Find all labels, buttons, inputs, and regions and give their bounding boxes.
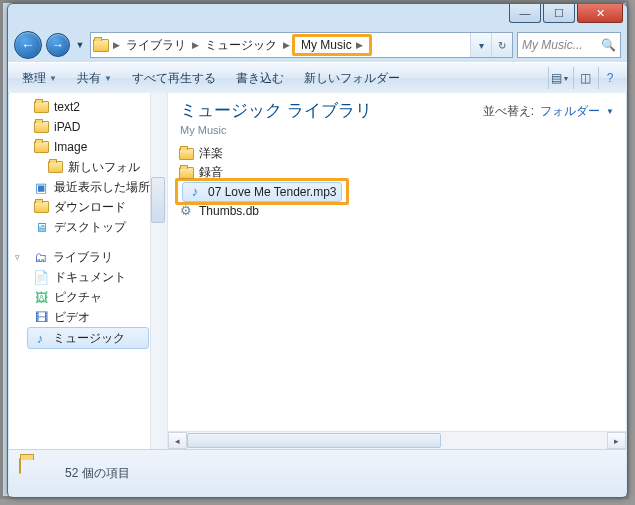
titlebar: — ☐ ✕ (8, 4, 627, 28)
file-name: 07 Love Me Tender.mp3 (208, 185, 337, 199)
address-bar[interactable]: ▶ ライブラリ ▶ ミュージック ▶ My Music ▶ ▾ ↻ (90, 32, 513, 58)
file-selection: ♪ 07 Love Me Tender.mp3 (182, 182, 342, 202)
chevron-right-icon[interactable]: ▶ (281, 40, 292, 50)
sidebar-group-libraries[interactable]: ▿ 🗂 ライブラリ (9, 247, 167, 267)
share-menu[interactable]: 共有 ▼ (69, 68, 120, 89)
close-button[interactable]: ✕ (577, 4, 623, 23)
new-folder-button[interactable]: 新しいフォルダー (296, 68, 408, 89)
sidebar-item-pictures[interactable]: 🖼 ピクチャ (9, 287, 167, 307)
arrange-label: 並べ替え: (483, 103, 534, 120)
scrollbar-thumb[interactable] (151, 177, 165, 223)
sidebar-item-label: 新しいフォル (68, 159, 140, 176)
library-title: ミュージック ライブラリ (180, 99, 372, 122)
location-icon (91, 35, 111, 55)
forward-button[interactable]: → (46, 33, 70, 57)
annotation-highlight: ♪ 07 Love Me Tender.mp3 (175, 178, 349, 205)
file-name: 洋楽 (199, 145, 223, 162)
chevron-right-icon[interactable]: ▶ (111, 40, 122, 50)
sidebar-item-text2[interactable]: text2 (9, 97, 167, 117)
horizontal-scrollbar[interactable]: ◂ ▸ (168, 431, 626, 449)
back-button[interactable]: ← (14, 31, 42, 59)
pictures-icon: 🖼 (33, 289, 49, 305)
nav-row: ← → ▼ ▶ ライブラリ ▶ ミュージック ▶ My Music ▶ ▾ ↻ … (8, 28, 627, 62)
sidebar-item-label: ビデオ (54, 309, 90, 326)
folder-icon (178, 165, 194, 181)
sidebar-item-label: Image (54, 140, 87, 154)
breadcrumb-current-highlight: My Music ▶ (292, 34, 372, 56)
status-bar: 52 個の項目 (9, 449, 626, 496)
folder-icon (33, 99, 49, 115)
libraries-icon: 🗂 (32, 249, 48, 265)
search-icon: 🔍 (601, 38, 616, 52)
chevron-right-icon[interactable]: ▶ (190, 40, 201, 50)
arrange-by: 並べ替え: フォルダー ▼ (483, 99, 614, 120)
folder-icon (33, 119, 49, 135)
nav-history-dropdown[interactable]: ▼ (74, 35, 86, 55)
scrollbar-thumb[interactable] (187, 433, 441, 448)
chevron-down-icon: ▼ (104, 74, 112, 83)
videos-icon: 🎞 (33, 309, 49, 325)
arrange-value[interactable]: フォルダー (540, 103, 600, 120)
breadcrumb-mymusic[interactable]: My Music (299, 38, 354, 52)
search-input[interactable]: My Music... 🔍 (517, 32, 621, 58)
sidebar-item-videos[interactable]: 🎞 ビデオ (9, 307, 167, 327)
sidebar-item-label: text2 (54, 100, 80, 114)
sidebar-item-image[interactable]: Image (9, 137, 167, 157)
scroll-left-button[interactable]: ◂ (168, 432, 187, 449)
list-item[interactable]: 洋楽 (178, 144, 616, 163)
view-options-button[interactable]: ▤▼ (548, 67, 571, 89)
system-file-icon: ⚙ (178, 203, 194, 219)
organize-menu[interactable]: 整理 ▼ (14, 68, 65, 89)
list-item[interactable]: ⚙ Thumbs.db (178, 201, 616, 220)
breadcrumb-music[interactable]: ミュージック (201, 37, 281, 54)
sidebar-item-label: ピクチャ (54, 289, 102, 306)
documents-icon: 📄 (33, 269, 49, 285)
chevron-right-icon[interactable]: ▶ (354, 40, 365, 50)
chevron-down-icon[interactable]: ▼ (606, 107, 614, 116)
sidebar-item-label: 最近表示した場所 (54, 179, 150, 196)
play-all-button[interactable]: すべて再生する (124, 68, 224, 89)
refresh-button[interactable]: ↻ (491, 33, 512, 57)
search-placeholder: My Music... (522, 38, 583, 52)
folder-icon (19, 459, 53, 487)
library-header: ミュージック ライブラリ My Music 並べ替え: フォルダー ▼ (168, 93, 626, 138)
sidebar-item-recent[interactable]: ▣ 最近表示した場所 (9, 177, 167, 197)
share-label: 共有 (77, 70, 101, 87)
scroll-right-button[interactable]: ▸ (607, 432, 626, 449)
sidebar-item-ipad[interactable]: iPAD (9, 117, 167, 137)
status-text: 52 個の項目 (65, 465, 130, 482)
folder-icon (33, 139, 49, 155)
sidebar-item-label: デスクトップ (54, 219, 126, 236)
sidebar-item-newfolder[interactable]: 新しいフォル (9, 157, 167, 177)
sidebar-item-downloads[interactable]: ダウンロード (9, 197, 167, 217)
content-area: text2 iPAD Image 新しいフォル ▣ 最近表示した場所 ダウンロー… (9, 93, 626, 449)
sidebar-item-documents[interactable]: 📄 ドキュメント (9, 267, 167, 287)
recent-places-icon: ▣ (33, 179, 49, 195)
burn-button[interactable]: 書き込む (228, 68, 292, 89)
sidebar-scrollbar[interactable] (150, 93, 167, 449)
audio-file-icon: ♪ (187, 184, 203, 200)
preview-pane-button[interactable]: ◫ (573, 67, 596, 89)
breadcrumb-libraries[interactable]: ライブラリ (122, 37, 190, 54)
scrollbar-track[interactable] (187, 433, 607, 448)
toolbar: 整理 ▼ 共有 ▼ すべて再生する 書き込む 新しいフォルダー ▤▼ ◫ ? (8, 62, 627, 94)
music-icon: ♪ (32, 330, 48, 346)
folder-icon (33, 199, 49, 215)
address-dropdown-button[interactable]: ▾ (470, 33, 491, 57)
list-item-highlighted[interactable]: ♪ 07 Love Me Tender.mp3 (178, 182, 616, 201)
sidebar-item-label: ドキュメント (54, 269, 126, 286)
sidebar-item-desktop[interactable]: 🖥 デスクトップ (9, 217, 167, 237)
minimize-button[interactable]: — (509, 4, 541, 23)
sidebar-item-label: iPAD (54, 120, 80, 134)
file-list[interactable]: 洋楽 録音 ♪ 07 Love Me Tender.mp3 ⚙ (168, 138, 626, 431)
desktop-icon: 🖥 (33, 219, 49, 235)
sidebar-item-label: ダウンロード (54, 199, 126, 216)
file-name: Thumbs.db (199, 204, 259, 218)
folder-icon (47, 159, 63, 175)
sidebar-item-music[interactable]: ♪ ミュージック (27, 327, 149, 349)
maximize-button[interactable]: ☐ (543, 4, 575, 23)
organize-label: 整理 (22, 70, 46, 87)
library-subtitle: My Music (180, 124, 372, 136)
navigation-pane: text2 iPAD Image 新しいフォル ▣ 最近表示した場所 ダウンロー… (9, 93, 168, 449)
help-button[interactable]: ? (598, 67, 621, 89)
